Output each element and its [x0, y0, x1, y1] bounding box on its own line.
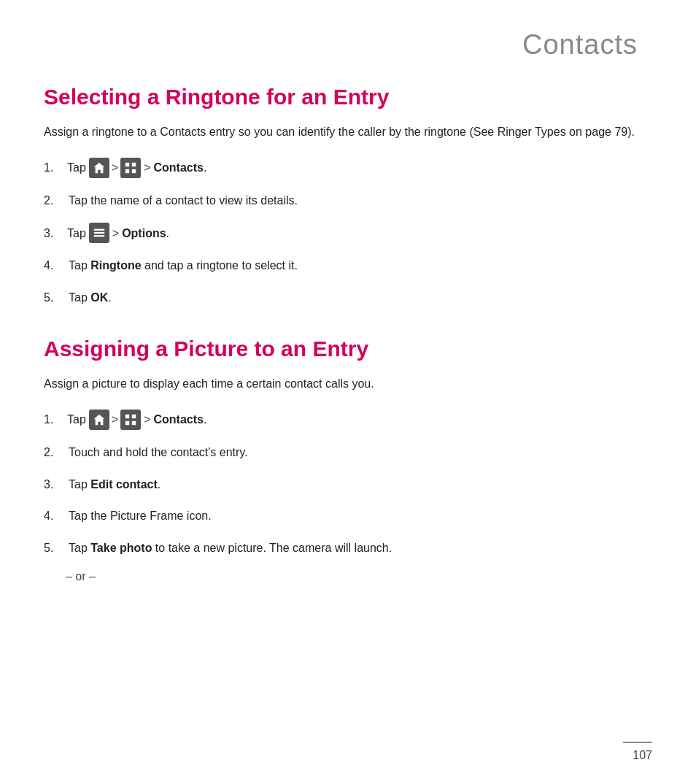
sep-5: > [144, 410, 150, 429]
step-2-2-text: Touch and hold the contact's entry. [69, 443, 248, 462]
step-2-1-tap: Tap [67, 410, 86, 429]
step-num-2-5: 5. [44, 539, 64, 558]
section-picture: Assigning a Picture to an Entry Assign a… [44, 334, 652, 583]
page-footer: 107 [623, 742, 652, 762]
home-svg-2 [93, 413, 106, 426]
svg-rect-2 [125, 169, 129, 172]
step-2-1-content: 1. Tap > [44, 410, 206, 430]
step-2-1: 1. Tap > [44, 410, 652, 430]
step-2-4-text: Tap the Picture Frame icon. [69, 507, 212, 526]
svg-rect-10 [132, 421, 136, 425]
page-title: Contacts [522, 29, 638, 60]
step-1-5-text: Tap OK. [69, 288, 112, 307]
step-1-4: 4. Tap Ringtone and tap a ringtone to se… [44, 256, 652, 275]
step-1-4-text: Tap Ringtone and tap a ringtone to selec… [69, 256, 298, 275]
step-num-1-5: 5. [44, 288, 64, 307]
footer-line [623, 742, 652, 743]
grid-icon [120, 158, 141, 178]
step-num-2-1: 1. [44, 410, 64, 429]
section1-steps: 1. Tap > [44, 158, 652, 307]
page-number: 107 [633, 749, 652, 762]
step-num-1-2: 2. [44, 191, 64, 210]
grid-svg [124, 161, 137, 174]
step-2-1-contacts: Contacts. [153, 410, 206, 429]
step-1-1: 1. Tap > [44, 158, 652, 178]
sep-1: > [112, 158, 118, 177]
sep-3: > [112, 223, 119, 243]
step-num-1-3: 3. [44, 223, 64, 243]
svg-rect-3 [132, 169, 136, 172]
home-icon [89, 158, 109, 178]
step-num-2-2: 2. [44, 443, 64, 462]
step-2-5-text: Tap Take photo to take a new picture. Th… [69, 539, 392, 558]
grid-icon-2 [120, 410, 141, 430]
sep-4: > [112, 410, 118, 429]
step-1-3-options: Options. [122, 223, 169, 243]
page-container: Contacts Selecting a Ringtone for an Ent… [0, 0, 696, 649]
step-2-1-icons: > [89, 410, 141, 430]
svg-rect-4 [94, 229, 104, 231]
home-svg [93, 161, 106, 174]
step-num-2-3: 3. [44, 475, 64, 494]
section2-steps: 1. Tap > [44, 410, 652, 557]
step-num-2-4: 4. [44, 507, 64, 526]
step-2-4: 4. Tap the Picture Frame icon. [44, 507, 652, 526]
step-2-5: 5. Tap Take photo to take a new picture.… [44, 539, 652, 558]
svg-rect-7 [125, 415, 129, 418]
svg-rect-1 [132, 162, 136, 166]
section2-intro: Assign a picture to display each time a … [44, 374, 652, 393]
home-icon-2 [89, 410, 109, 430]
step-2-3-text: Tap Edit contact. [69, 475, 161, 494]
svg-rect-9 [125, 421, 129, 425]
svg-rect-8 [132, 415, 136, 418]
svg-rect-6 [94, 235, 104, 237]
page-header: Contacts [44, 29, 652, 61]
section1-intro: Assign a ringtone to a Contacts entry so… [44, 123, 652, 142]
step-1-5: 5. Tap OK. [44, 288, 652, 307]
svg-rect-0 [125, 162, 129, 166]
sep-2: > [144, 158, 150, 177]
or-line: – or – [66, 570, 652, 583]
grid-svg-2 [124, 413, 137, 426]
step-num-1-4: 4. [44, 256, 64, 275]
step-1-1-content: 1. Tap > [44, 158, 206, 178]
step-1-1-tap: Tap [67, 158, 86, 177]
section-ringtone: Selecting a Ringtone for an Entry Assign… [44, 82, 652, 307]
menu-icon [89, 223, 109, 243]
step-1-3: 3. Tap > Options. [44, 223, 652, 243]
menu-svg [93, 226, 106, 239]
step-1-3-tap: Tap [67, 223, 86, 243]
step-num-1-1: 1. [44, 158, 64, 177]
step-1-3-content: 3. Tap > Options. [44, 223, 169, 243]
step-1-2: 2. Tap the name of a contact to view its… [44, 191, 652, 210]
step-2-3: 3. Tap Edit contact. [44, 475, 652, 494]
section1-title: Selecting a Ringtone for an Entry [44, 82, 652, 111]
step-1-1-icons: > [89, 158, 141, 178]
svg-rect-5 [94, 232, 104, 234]
step-1-1-contacts: Contacts. [153, 158, 206, 177]
step-1-2-text: Tap the name of a contact to view its de… [69, 191, 298, 210]
section2-title: Assigning a Picture to an Entry [44, 334, 652, 363]
step-2-2: 2. Touch and hold the contact's entry. [44, 443, 652, 462]
